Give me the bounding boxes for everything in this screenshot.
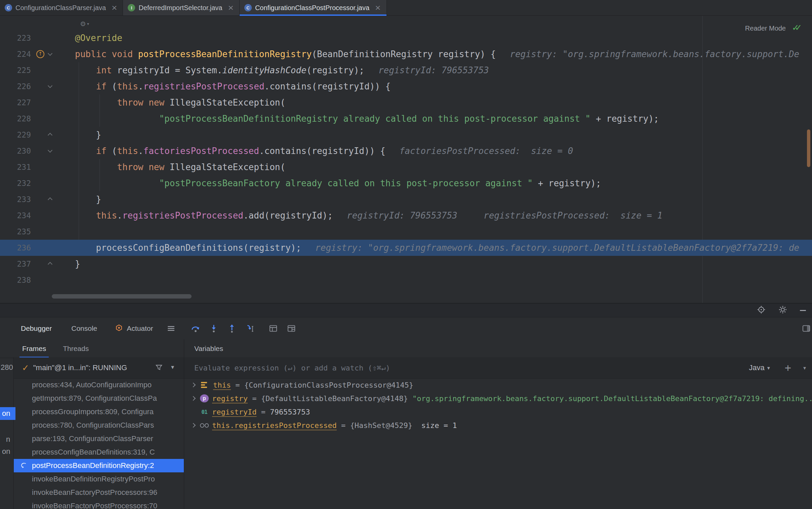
stack-frame-row[interactable]: process:434, AutoConfigurationImpo [14,378,184,392]
fold-open-icon[interactable] [48,84,52,89]
stack-frame-row[interactable]: processConfigBeanDefinitions:319, C [14,445,184,459]
watches-menu-icon[interactable]: ▾ [803,365,806,371]
code-token: public void [75,49,138,59]
layout-table-icon[interactable] [287,324,296,333]
line-number[interactable]: 223 [0,34,31,42]
code-line[interactable]: 232 "postProcessBeanFactory already call… [0,175,812,191]
expand-chevron-icon[interactable] [190,382,196,387]
tab-frames[interactable]: Frames [22,340,46,358]
code-line[interactable]: 230 if (this.factoriesPostProcessed.cont… [0,143,812,159]
step-out-button[interactable] [227,324,237,333]
code-line[interactable]: 235 [0,224,812,240]
stack-frame-row[interactable]: getImports:879, ConfigurationClassPa [14,392,184,405]
variable-row[interactable]: 01registryId = 796553753 [184,405,812,418]
frame-label: process:780, ConfigurationClassPars [32,421,154,430]
line-number[interactable]: 233 [0,195,31,204]
editor-tab[interactable]: IDeferredImportSelector.java× [123,0,239,15]
code-line[interactable]: 229 } [0,127,812,143]
stack-frame-row[interactable]: parse:193, ConfigurationClassParser [14,432,184,445]
view-breakpoints-icon[interactable] [269,324,278,333]
code-line[interactable]: 225 int registryId = System.identityHash… [0,62,812,78]
line-number[interactable]: 224 [0,50,31,59]
variable-row[interactable]: this = {ConfigurationClassPostProcessor@… [184,378,812,392]
filter-icon[interactable] [155,364,163,374]
interface-file-icon: I [128,4,135,11]
tab-debugger[interactable]: Debugger [21,325,52,333]
editor-tab[interactable]: CConfigurationClassPostProcessor.java× [240,0,387,15]
scroll-stripe-marker[interactable] [807,129,810,167]
line-number[interactable]: 228 [0,114,31,123]
thread-selector[interactable]: ✓ "main"@1 in...in": RUNNING ▾ [14,358,184,379]
line-number[interactable]: 236 [0,243,31,252]
code-token: (registry); [307,65,364,75]
line-number[interactable]: 238 [0,276,31,284]
stack-frame-row[interactable]: processGroupImports:809, Configura [14,405,184,418]
add-watch-button[interactable]: + [785,363,791,373]
hide-toolwindow-icon[interactable] [800,310,806,311]
stack-frame-row[interactable]: invokeBeanFactoryPostProcessors:96 [14,486,184,499]
code-token: if [96,146,112,156]
code-editor[interactable]: 223@Override224↑public void postProcessB… [0,16,812,303]
tab-threads[interactable]: Threads [63,345,89,353]
code-line[interactable]: 236 processConfigBeanDefinitions(registr… [0,240,812,256]
menu-icon[interactable] [167,324,175,333]
gear-icon[interactable] [778,305,787,315]
code-line[interactable]: 227 throw new IllegalStateException( [0,95,812,111]
expand-chevron-icon[interactable] [190,396,196,401]
stack-frame-row[interactable]: invokeBeanFactoryPostProcessors:70 [14,499,184,509]
line-number[interactable]: 227 [0,98,31,107]
variables-list: this = {ConfigurationClassPostProcessor@… [184,378,812,509]
window-layout-icon[interactable] [802,324,811,333]
fold-close-icon[interactable] [48,261,52,266]
tab-close-icon[interactable]: × [111,4,117,11]
code-line[interactable]: 228 "postProcessBeanDefinitionRegistry a… [0,111,812,127]
fold-close-icon[interactable] [48,132,52,137]
fold-open-icon[interactable] [48,148,52,153]
tab-actuator[interactable]: Actuator [115,324,153,333]
step-into-button[interactable] [209,324,218,333]
gutter-markers [31,111,75,127]
stack-frame-row[interactable]: invokeBeanDefinitionRegistryPostPro [14,472,184,486]
target-icon[interactable] [757,305,766,315]
editor-tab[interactable]: CConfigurationClassParser.java× [0,0,123,15]
code-line[interactable]: 223@Override [0,30,812,46]
language-selector[interactable]: Java ▾ [749,364,770,372]
line-number[interactable]: 237 [0,260,31,268]
fold-open-icon[interactable] [48,52,52,56]
code-line[interactable]: 233 } [0,191,812,207]
line-number[interactable]: 232 [0,179,31,188]
line-number[interactable]: 231 [0,163,31,171]
chevron-down-icon[interactable]: ▾ [171,364,174,371]
code-line[interactable]: 234 this.registriesPostProcessed.add(reg… [0,207,812,224]
stack-frame-row[interactable]: process:780, ConfigurationClassPars [14,418,184,432]
gutter-markers [31,224,75,240]
line-number[interactable]: 234 [0,211,31,220]
code-token: + registry); [533,178,601,188]
horizontal-scrollbar[interactable] [52,294,191,299]
code-line[interactable]: 231 throw new IllegalStateException( [0,159,812,175]
override-method-icon[interactable]: ↑ [36,50,44,58]
variable-param-icon: p [200,394,209,402]
variable-row[interactable]: pregistry = {DefaultListableBeanFactory@… [184,392,812,405]
run-to-cursor-button[interactable] [245,324,255,333]
variable-row[interactable]: this.registriesPostProcessed = {HashSet@… [184,418,812,432]
code-token: processConfigBeanDefinitions(registry); [75,243,301,253]
code-line[interactable]: 226 if (this.registriesPostProcessed.con… [0,78,812,95]
step-over-button[interactable] [191,324,200,333]
code-token [75,114,159,124]
fold-close-icon[interactable] [48,197,52,201]
expand-chevron-icon[interactable] [190,422,196,428]
code-line[interactable]: 237} [0,256,812,272]
line-number[interactable]: 230 [0,146,31,155]
line-number[interactable]: 235 [0,227,31,236]
tab-close-icon[interactable]: × [375,4,381,11]
tab-close-icon[interactable]: × [227,4,234,11]
line-number[interactable]: 229 [0,130,31,139]
line-number[interactable]: 226 [0,82,31,91]
code-line[interactable]: 238 [0,272,812,288]
stack-frame-row[interactable]: postProcessBeanDefinitionRegistry:2 [14,459,184,472]
tab-console[interactable]: Console [71,325,97,333]
line-number[interactable]: 225 [0,66,31,75]
evaluate-expression-bar[interactable]: Evaluate expression (↵) or add a watch (… [184,358,812,379]
code-line[interactable]: 224↑public void postProcessBeanDefinitio… [0,46,812,62]
